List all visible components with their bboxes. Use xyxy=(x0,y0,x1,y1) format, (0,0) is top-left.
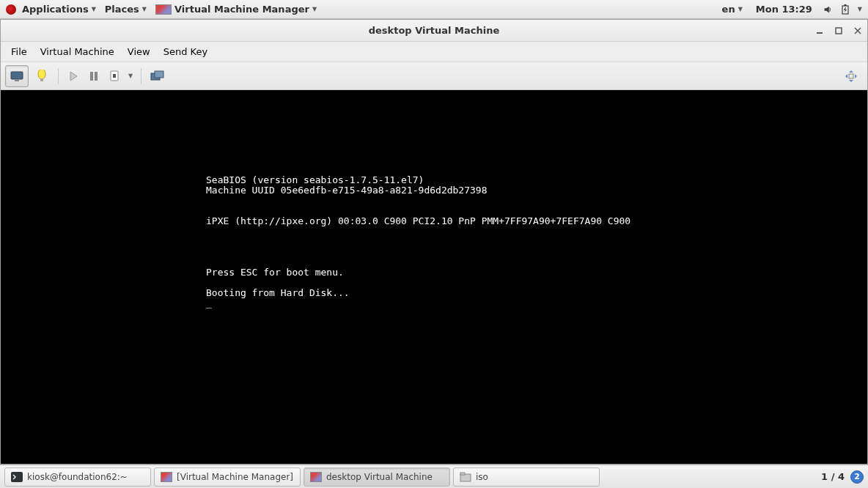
maximize-button[interactable] xyxy=(834,26,844,36)
window-title: desktop Virtual Machine xyxy=(369,25,500,36)
shutdown-menu-button[interactable]: ▼ xyxy=(125,65,136,87)
battery-icon[interactable] xyxy=(840,4,850,15)
menu-file[interactable]: File xyxy=(5,43,33,60)
lang-label: en xyxy=(722,4,735,15)
svg-rect-13 xyxy=(155,71,163,78)
svg-rect-11 xyxy=(113,74,116,78)
shutdown-button[interactable] xyxy=(104,65,125,87)
applications-menu[interactable]: Applications ▼ xyxy=(19,4,99,15)
console-view-button[interactable] xyxy=(5,65,29,87)
svg-rect-2 xyxy=(817,32,823,34)
chevron-down-icon[interactable]: ▼ xyxy=(858,6,862,12)
menu-sendkey-label: Send Key xyxy=(163,46,207,57)
menu-send-key[interactable]: Send Key xyxy=(158,43,213,60)
taskbar-item-label: iso xyxy=(476,472,488,482)
chevron-down-icon: ▼ xyxy=(738,6,743,12)
svg-rect-7 xyxy=(40,78,43,81)
svg-point-6 xyxy=(38,70,45,79)
svg-rect-4 xyxy=(11,72,23,79)
taskbar-item-terminal[interactable]: kiosk@foundation62:~ xyxy=(4,467,151,487)
pause-button[interactable] xyxy=(84,65,104,87)
vm-console[interactable]: SeaBIOS (version seabios-1.7.5-11.el7) M… xyxy=(1,90,867,464)
menubar: File Virtual Machine View Send Key xyxy=(1,42,867,62)
svg-rect-5 xyxy=(15,80,19,81)
app-menu-label: Virtual Machine Manager xyxy=(174,4,309,15)
svg-rect-15 xyxy=(11,472,23,482)
taskbar-item-files-iso[interactable]: iso xyxy=(453,467,600,487)
app-menu[interactable]: Virtual Machine Manager ▼ xyxy=(152,4,320,15)
svg-rect-9 xyxy=(95,72,98,81)
volume-icon[interactable] xyxy=(823,4,833,15)
taskbar-item-label: [Virtual Machine Manager] xyxy=(177,472,293,482)
vmm-app-icon xyxy=(155,4,172,15)
places-label: Places xyxy=(105,4,139,15)
taskbar-item-vmm[interactable]: [Virtual Machine Manager] xyxy=(154,467,301,487)
titlebar[interactable]: desktop Virtual Machine xyxy=(1,20,867,42)
taskbar-item-vm-desktop[interactable]: desktop Virtual Machine xyxy=(304,467,450,487)
gnome-top-panel: Applications ▼ Places ▼ Virtual Machine … xyxy=(0,0,868,19)
menu-file-label: File xyxy=(11,46,27,57)
menu-virtual-machine[interactable]: Virtual Machine xyxy=(34,43,120,60)
vmm-icon xyxy=(310,472,322,482)
chevron-down-icon: ▼ xyxy=(92,6,96,12)
folder-icon xyxy=(460,472,471,482)
clock[interactable]: Mon 13:29 xyxy=(753,4,815,15)
taskbar-item-label: kiosk@foundation62:~ xyxy=(27,472,128,482)
close-button[interactable] xyxy=(853,26,863,36)
terminal-icon xyxy=(11,472,23,482)
menu-vm-label: Virtual Machine xyxy=(40,46,114,57)
gnome-taskbar: kiosk@foundation62:~ [Virtual Machine Ma… xyxy=(0,465,868,488)
menu-view[interactable]: View xyxy=(122,43,156,60)
places-menu[interactable]: Places ▼ xyxy=(102,4,150,15)
snapshots-button[interactable] xyxy=(146,65,169,87)
taskbar-item-label: desktop Virtual Machine xyxy=(326,472,433,482)
toolbar: ▼ xyxy=(1,62,867,90)
svg-rect-3 xyxy=(836,28,842,34)
menu-view-label: View xyxy=(128,46,150,57)
workspace-badge[interactable]: 2 xyxy=(850,470,864,484)
vmm-icon xyxy=(161,472,172,482)
redhat-icon xyxy=(6,4,16,15)
svg-rect-17 xyxy=(460,473,465,475)
console-output: SeaBIOS (version seabios-1.7.5-11.el7) M… xyxy=(1,111,867,308)
chevron-down-icon: ▼ xyxy=(142,6,147,12)
workspace-indicator[interactable]: 1 / 4 xyxy=(821,471,845,482)
svg-rect-14 xyxy=(849,74,853,78)
toolbar-separator xyxy=(58,68,59,84)
vm-window: desktop Virtual Machine File Virtual Mac… xyxy=(0,19,868,465)
svg-rect-1 xyxy=(844,4,846,6)
applications-label: Applications xyxy=(22,4,89,15)
svg-rect-8 xyxy=(90,72,93,81)
fullscreen-button[interactable] xyxy=(839,65,863,87)
toolbar-separator xyxy=(141,68,141,84)
run-button[interactable] xyxy=(63,65,84,87)
minimize-button[interactable] xyxy=(814,26,825,36)
keyboard-layout-indicator[interactable]: en ▼ xyxy=(719,4,746,15)
details-view-button[interactable] xyxy=(30,65,54,87)
chevron-down-icon: ▼ xyxy=(312,6,317,12)
clock-label: Mon 13:29 xyxy=(756,4,812,15)
